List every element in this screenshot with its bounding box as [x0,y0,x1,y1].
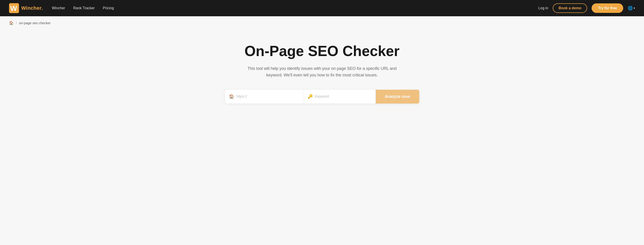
wincher-logo-icon: W [9,3,19,13]
navbar-left: W Wincher. Wincher Rank Tracker Pricing [9,3,114,13]
navbar: W Wincher. Wincher Rank Tracker Pricing … [0,0,644,16]
url-icon: 🏠 [229,94,234,99]
nav-link-pricing[interactable]: Pricing [103,6,114,10]
try-free-button[interactable]: Try for free [592,4,623,13]
page-subtitle: This tool will help you identify issues … [245,65,399,78]
url-input[interactable] [236,90,300,103]
nav-item-wincher[interactable]: Wincher [52,6,65,10]
breadcrumb-current-page: on-page seo checker [19,21,50,25]
seo-checker-form: 🏠 🔑 Analyze now [225,90,419,104]
nav-links: Wincher Rank Tracker Pricing [52,6,114,10]
language-selector-button[interactable]: 🌐 ▾ [628,6,635,11]
nav-item-pricing[interactable]: Pricing [103,6,114,10]
logo[interactable]: W Wincher. [9,3,43,13]
keyword-input[interactable] [315,90,372,103]
keyword-input-wrapper: 🔑 [304,90,376,104]
navbar-right: Log in Book a demo Try for free 🌐 ▾ [538,4,635,13]
chevron-down-icon: ▾ [634,7,635,10]
keyword-icon: 🔑 [308,94,313,99]
svg-text:W: W [10,4,17,13]
nav-link-rank-tracker[interactable]: Rank Tracker [73,6,95,10]
logo-text: Wincher. [21,5,43,11]
nav-item-rank-tracker[interactable]: Rank Tracker [73,6,95,10]
login-link[interactable]: Log in [538,6,548,10]
main-content: On-Page SEO Checker This tool will help … [0,30,644,122]
home-icon[interactable]: 🏠 [9,21,14,25]
url-input-wrapper: 🏠 [225,90,304,104]
globe-icon: 🌐 [628,6,633,11]
book-demo-button[interactable]: Book a demo [553,4,587,13]
page-title: On-Page SEO Checker [244,43,399,59]
breadcrumb-separator: / [16,21,17,25]
nav-link-wincher[interactable]: Wincher [52,6,65,10]
analyze-button[interactable]: Analyze now [376,90,419,104]
breadcrumb: 🏠 / on-page seo checker [0,16,644,30]
